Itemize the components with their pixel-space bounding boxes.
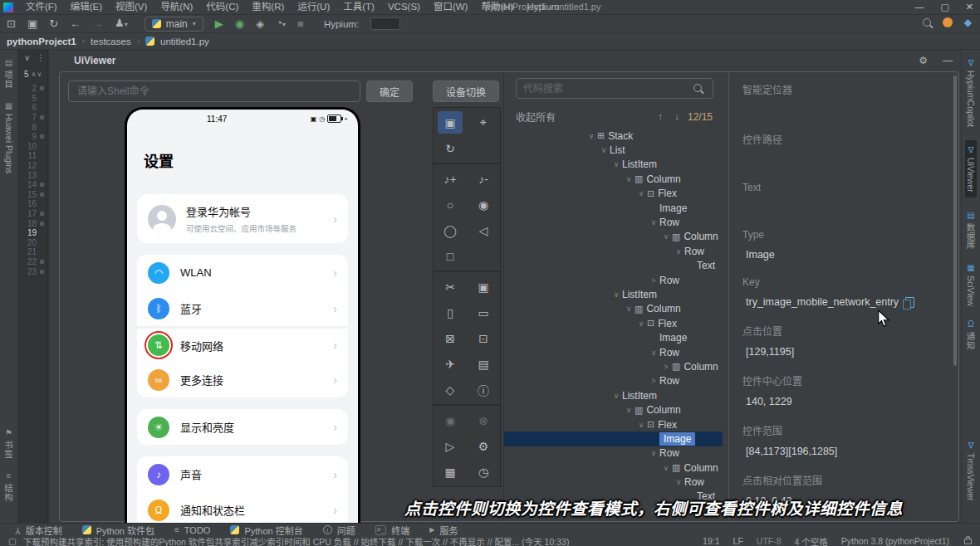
status-message[interactable]: 下载预构建共享索引: 使用预构建的Python 软件包共享索引减少索引时间和 C… [23,535,569,546]
tree-chevron-icon[interactable]: ∨ [610,392,622,400]
tree-chevron-icon[interactable]: ∨ [586,132,597,140]
menu-item[interactable]: 运行(U) [292,0,336,14]
tool-window-tab[interactable]: ▤ 数据库 [965,211,978,250]
screen-rotate-icon[interactable]: ◉ [467,192,500,217]
tree-chevron-icon[interactable]: ∨ [648,449,659,457]
power-icon[interactable]: ○ [434,192,467,217]
file-manager-icon[interactable]: ▤ [467,351,500,377]
lock-icon[interactable] [964,539,972,544]
menu-item[interactable]: 重构(R) [246,0,290,14]
refresh-icon[interactable]: ↻ [434,135,467,161]
portrait-icon[interactable]: ▯ [434,300,467,325]
tree-node[interactable]: ∨ ListItem [504,287,723,301]
tree-chevron-icon[interactable]: ∨ [660,464,672,472]
copy-icon[interactable] [905,297,914,308]
tool-window-tab[interactable]: ∇ HypiumCopilot [966,58,976,127]
tree-chevron-icon[interactable]: ∨ [673,478,684,486]
coverage-icon[interactable]: ◈ [256,16,264,32]
back-icon[interactable]: ← [70,16,81,32]
line-number[interactable]: 11 [18,151,47,161]
menu-item[interactable]: VCS(S) [382,0,426,14]
tree-chevron-icon[interactable]: > [660,363,672,371]
debug-button[interactable]: ◉ [235,16,244,32]
tree-node[interactable]: ∨ ⊡ Flex [504,187,723,201]
3d-view-icon[interactable]: ◇ [434,377,467,402]
hide-panel-icon[interactable]: — [943,55,953,66]
switch-device-button[interactable]: 设备切换 [433,80,499,102]
play-file-icon[interactable]: ▷ [434,433,467,459]
inspect-widget-icon[interactable]: ⌖ [467,110,500,135]
plugin-icon[interactable]: ◆ [964,17,972,28]
caret-position[interactable]: 19:1 [703,536,719,546]
chevron-down-icon[interactable]: ∨ [24,53,30,68]
search-icon[interactable] [923,18,931,27]
pip-icon[interactable]: ▦ [434,459,467,485]
tree-chevron-icon[interactable]: ∨ [635,421,647,429]
menu-item[interactable]: 导航(N) [154,0,198,14]
tree-chevron-icon[interactable]: ∨ [648,349,659,357]
confirm-button[interactable]: 确定 [366,80,413,102]
timer-icon[interactable]: ◷ [467,459,500,485]
tree-node[interactable]: Text [504,259,723,273]
line-number[interactable]: 22 [18,257,47,267]
stop-record-icon[interactable]: ⊗ [467,407,500,433]
line-number[interactable]: 6 [18,103,47,113]
tree-node[interactable]: ∨ Row [504,244,723,258]
screenshot-icon[interactable]: ▣ [438,111,463,134]
shell-command-input[interactable] [68,80,360,102]
capture-window-icon[interactable]: ▣ [467,274,500,300]
lock-icon[interactable]: ⊠ [434,325,467,351]
send-file-icon[interactable]: ✈ [434,351,467,377]
tree-node[interactable]: ∨ ⊡ Flex [504,417,723,431]
breadcrumb-folder[interactable]: testcases [91,37,131,46]
tree-chevron-icon[interactable]: ∨ [623,305,635,313]
user-icon[interactable]: ♟▾ [115,15,128,33]
minimize-button[interactable]: — [914,0,924,14]
breadcrumb-project[interactable]: pythonProject1 [7,37,76,46]
tool-window-tab[interactable]: ▤ 项目 [2,58,15,88]
tree-chevron-icon[interactable]: ∨ [623,406,635,414]
line-number[interactable]: 2 [18,84,47,94]
tree-node[interactable]: ∨ ⊡ Flex [504,316,723,330]
line-number[interactable]: 16 [18,199,47,209]
device-info-icon[interactable]: ⓘ [467,377,500,402]
divider[interactable] [434,404,500,406]
line-number[interactable]: 18 [18,218,47,228]
settings-item-sound[interactable]: ♪ 声音 › [137,456,348,492]
home-button-icon[interactable]: ◯ [434,217,467,243]
back-button-icon[interactable]: ◁ [467,217,500,243]
tool-window-tab[interactable]: ≡ 结构 [2,471,15,501]
line-number[interactable]: 5 [18,94,47,104]
line-number[interactable]: 20 [18,238,47,248]
breadcrumb-file[interactable]: untitled1.py [160,37,209,46]
tree-node[interactable]: > Row [504,273,723,287]
line-number[interactable]: 21 [18,247,47,257]
menu-item[interactable]: 窗口(W) [428,0,474,14]
settings-item-wlan[interactable]: ◠ WLAN › [137,255,348,290]
forward-icon[interactable]: → [92,16,103,32]
settings-item-more-connections[interactable]: ∞ 更多连接 › [137,362,348,397]
volume-up-icon[interactable]: ♪+ [434,166,467,192]
tree-node[interactable]: ∨ ▥ Column [504,302,723,316]
line-number[interactable]: 19 [18,228,47,238]
tool-window-button[interactable]: TODO [174,525,210,535]
tree-node[interactable]: ∨ ▥ Column [504,230,723,244]
tree-chevron-icon[interactable]: ∨ [635,319,647,328]
settings-item-mobile-network[interactable]: ⇅ 移动网络 › [137,326,348,362]
tree-node[interactable]: ∨ ▥ Column [504,461,723,475]
scrollbar-thumb[interactable] [953,76,957,366]
prev-match-icon[interactable]: ↑ [658,111,663,123]
fold-arrows-icon[interactable]: ∧∨ [32,71,43,78]
tree-search-input[interactable] [516,78,713,99]
record-icon[interactable]: ◉ [434,407,467,433]
tool-window-tab[interactable]: ∇ TmssViewer [966,441,976,501]
tree-node[interactable]: > Row [504,374,723,388]
line-number[interactable]: 7 [18,113,47,123]
tree-node[interactable]: ∨ ▥ Column [504,172,723,186]
tree-chevron-icon[interactable]: ∨ [648,218,659,227]
tree-chevron-icon[interactable]: ∨ [635,189,647,197]
tree-node[interactable]: ∨ ListItem [504,158,723,172]
line-number[interactable]: 17 [18,209,47,219]
settings-item-notifications[interactable]: Ω 通知和状态栏 › [137,492,348,523]
crop-icon[interactable]: ✂ [434,274,467,300]
